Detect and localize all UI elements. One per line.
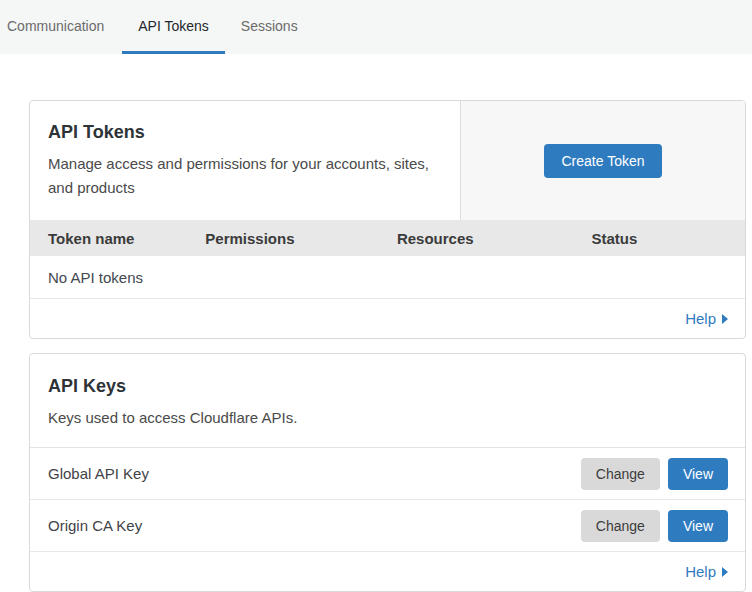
- api-keys-help-link[interactable]: Help: [685, 563, 728, 580]
- help-arrow-icon: [722, 314, 728, 324]
- key-row-origin-ca-key: Origin CA Key Change View: [30, 500, 745, 552]
- tab-sessions[interactable]: Sessions: [225, 0, 314, 54]
- key-name-label: Origin CA Key: [48, 517, 581, 534]
- view-global-api-key-button[interactable]: View: [668, 458, 728, 490]
- view-origin-ca-key-button[interactable]: View: [668, 510, 728, 542]
- api-tokens-page: API Tokens Manage access and permissions…: [29, 100, 746, 592]
- key-row-global-api-key: Global API Key Change View: [30, 448, 745, 500]
- help-arrow-icon: [722, 567, 728, 577]
- help-label: Help: [685, 563, 716, 580]
- tab-communication[interactable]: Communication: [7, 0, 120, 54]
- api-tokens-description: Manage access and permissions for your a…: [48, 152, 442, 200]
- api-tokens-card-header-action: Create Token: [461, 101, 745, 220]
- api-keys-card-footer: Help: [30, 552, 745, 591]
- help-label: Help: [685, 310, 716, 327]
- api-tokens-card-footer: Help: [30, 299, 745, 338]
- api-tokens-card: API Tokens Manage access and permissions…: [29, 100, 746, 339]
- api-keys-card-header: API Keys Keys used to access Cloudflare …: [30, 354, 745, 448]
- tokens-empty-message: No API tokens: [48, 269, 143, 286]
- change-origin-ca-key-button[interactable]: Change: [581, 510, 660, 542]
- tab-api-tokens[interactable]: API Tokens: [122, 0, 225, 54]
- api-keys-title: API Keys: [48, 376, 727, 397]
- create-token-button[interactable]: Create Token: [544, 144, 661, 178]
- tokens-empty-row: No API tokens: [30, 256, 745, 299]
- api-tokens-help-link[interactable]: Help: [685, 310, 728, 327]
- api-keys-card: API Keys Keys used to access Cloudflare …: [29, 353, 746, 592]
- api-tokens-title: API Tokens: [48, 122, 442, 143]
- api-tokens-card-header-text: API Tokens Manage access and permissions…: [30, 101, 461, 220]
- settings-tabbar: Communication API Tokens Sessions: [0, 0, 752, 54]
- key-name-label: Global API Key: [48, 465, 581, 482]
- column-header-token-name: Token name: [30, 230, 187, 247]
- column-header-permissions: Permissions: [187, 230, 379, 247]
- tokens-table-header: Token name Permissions Resources Status: [30, 220, 745, 256]
- api-keys-description: Keys used to access Cloudflare APIs.: [48, 406, 727, 430]
- column-header-status: Status: [573, 230, 745, 247]
- change-global-api-key-button[interactable]: Change: [581, 458, 660, 490]
- api-tokens-card-header: API Tokens Manage access and permissions…: [30, 101, 745, 220]
- column-header-resources: Resources: [379, 230, 573, 247]
